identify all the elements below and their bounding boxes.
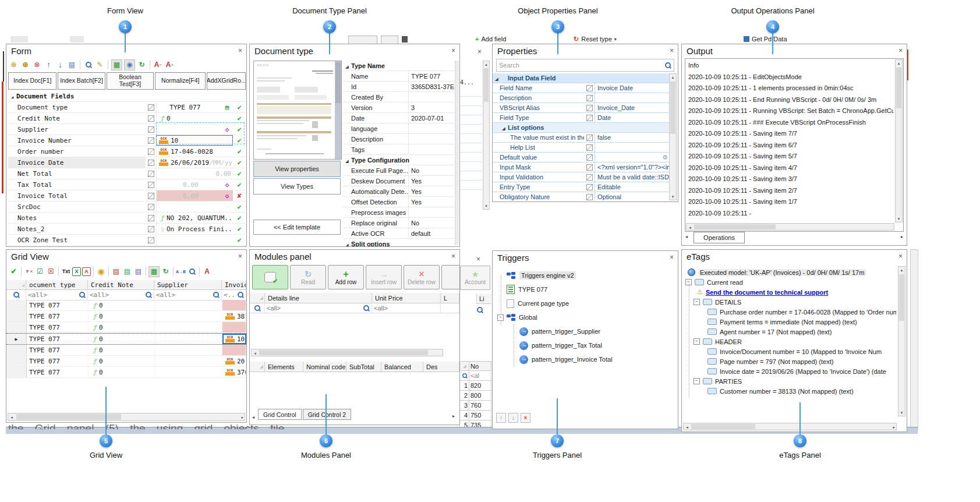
note-icon[interactable] xyxy=(148,137,154,144)
export-pdf-icon[interactable]: A xyxy=(82,267,91,276)
delete-trigger-button[interactable]: × xyxy=(521,413,530,423)
account-button[interactable]: ★ Account xyxy=(460,266,490,290)
form-field-row[interactable]: BarcodeOCR xyxy=(8,246,246,247)
tree-item[interactable]: pattern_trigger_Supplier xyxy=(496,324,675,338)
form-field-row[interactable]: Document typeOCRTYPE 077 xyxy=(8,102,246,113)
column-header[interactable]: Elements xyxy=(265,362,303,372)
collapse-icon[interactable] xyxy=(8,93,16,100)
execute-module-button[interactable] xyxy=(252,265,288,289)
export-cd-icon[interactable] xyxy=(96,267,106,277)
grid-corner-cell[interactable] xyxy=(6,280,26,289)
grid-corner-cell[interactable] xyxy=(250,362,265,372)
delete-field-icon[interactable] xyxy=(32,60,42,70)
form-field-row[interactable]: SrcDocOCR xyxy=(8,201,246,213)
note-icon[interactable] xyxy=(148,126,154,133)
property-row[interactable]: The value must exist in the listfalse xyxy=(493,133,669,143)
property-row[interactable]: Default value xyxy=(493,153,669,162)
search-input[interactable]: Search xyxy=(496,59,674,72)
column-header[interactable]: Supplier xyxy=(154,280,222,289)
tree-item[interactable]: Purchase order number = 17-046-0028 (Map… xyxy=(684,307,896,317)
log-horizontal-scrollbar[interactable]: ◂ xyxy=(686,223,894,231)
filter-cell[interactable] xyxy=(250,303,265,313)
property-row[interactable]: Date2020-07-01 xyxy=(343,113,454,123)
form-field-row[interactable]: Invoice NumberOCR10 xyxy=(8,135,246,146)
note-icon[interactable] xyxy=(148,204,154,210)
tree-item[interactable]: Current read xyxy=(684,277,896,287)
note-icon[interactable] xyxy=(148,182,154,188)
thumbnail-scrollbar[interactable] xyxy=(335,61,341,159)
tree-item[interactable]: Current page type xyxy=(496,296,675,310)
section-header[interactable]: Document Fields xyxy=(8,91,246,102)
tree-item[interactable]: Executed model: 'UK-AP' (Invoices) - 0d/… xyxy=(684,267,896,277)
column-header[interactable]: Details line xyxy=(265,293,372,303)
form-field-row[interactable]: OCR Zone TestOCR xyxy=(8,235,246,246)
note-icon[interactable] xyxy=(148,171,154,177)
tree-item[interactable]: DETAILS xyxy=(684,297,896,307)
column-header[interactable]: Balanced xyxy=(381,362,423,372)
tree-item[interactable]: Invoice date = 2019/06/26 (Mapped to 'In… xyxy=(684,366,896,376)
tab-grid-control[interactable]: Grid Control xyxy=(258,409,302,420)
property-row[interactable]: Deskew DocumentYes xyxy=(343,176,454,186)
grid-corner-cell[interactable] xyxy=(250,293,265,303)
property-row[interactable]: language xyxy=(343,123,454,134)
log-vertical-scrollbar[interactable]: ▴ ▾ xyxy=(895,59,903,222)
tab-scroll-right-icon[interactable]: ▸ xyxy=(901,234,903,239)
search-icon[interactable] xyxy=(664,62,671,69)
tree-item[interactable]: pattern_trigger_Tax Total xyxy=(496,338,675,352)
property-row[interactable]: NameTYPE 077 xyxy=(343,71,454,82)
font-increase-icon[interactable] xyxy=(165,60,175,70)
group-row[interactable]: Type Name xyxy=(343,61,454,71)
eye-icon[interactable] xyxy=(124,59,135,70)
property-row[interactable]: Preprocess images xyxy=(343,207,454,218)
read-button[interactable]: Read xyxy=(290,265,326,289)
details-horizontal-scrollbar[interactable]: ◂ xyxy=(251,349,443,356)
property-row[interactable]: Entry TypeEditable xyxy=(493,182,669,192)
column-header[interactable]: SubTotal xyxy=(346,362,381,372)
property-row[interactable]: Execute Full Page...No xyxy=(343,165,454,176)
note-icon[interactable] xyxy=(148,226,154,232)
etags-vertical-scrollbar[interactable]: ▴ ▾ xyxy=(898,266,905,416)
filter-cell[interactable]: <.. xyxy=(222,289,246,300)
collapse-box-icon[interactable] xyxy=(497,314,504,321)
property-row[interactable]: Obligatory NatureOptional xyxy=(493,192,669,201)
collapse-box-icon[interactable] xyxy=(694,299,700,305)
filter-cell[interactable]: <all> xyxy=(372,303,441,313)
property-row[interactable]: Version3 xyxy=(343,102,454,113)
grid-highlight-icon[interactable] xyxy=(148,266,160,277)
report-green-icon[interactable] xyxy=(122,267,132,277)
tab-addxgrid[interactable]: AddXGridRo... xyxy=(207,72,246,90)
insert-row-button[interactable]: Insert row xyxy=(366,265,402,289)
move-down-button[interactable]: ↓ xyxy=(508,413,518,423)
note-icon[interactable] xyxy=(148,115,154,122)
tab-scroll-left-icon[interactable]: ◂ xyxy=(252,415,254,420)
filter-cell[interactable]: <all> xyxy=(26,289,88,300)
property-row[interactable]: Created By xyxy=(343,92,454,102)
tree-item[interactable]: Payment terms = immediate (Not mapped) (… xyxy=(684,317,896,327)
filter-cell[interactable] xyxy=(441,303,459,313)
tab-scroll-left-icon[interactable]: ◂ xyxy=(685,234,688,239)
property-row[interactable]: Field TypeDate xyxy=(493,113,669,123)
validate-icon[interactable] xyxy=(9,267,19,277)
tab-boolean-test[interactable]: Boolean Test[F3] xyxy=(107,72,154,90)
filter-cell[interactable]: <all> xyxy=(265,303,372,313)
subgroup-row[interactable]: List options xyxy=(493,123,669,133)
group-row[interactable]: Type Configuration xyxy=(343,155,454,165)
grid-row[interactable]: TYPE 0770OCR xyxy=(6,300,246,311)
tree-item[interactable]: Global xyxy=(496,310,675,324)
scroll-up-icon[interactable]: ▴ xyxy=(483,61,489,68)
collapse-box-icon[interactable] xyxy=(694,338,700,345)
note-icon[interactable] xyxy=(148,193,154,199)
delete-row-button[interactable]: Delete row xyxy=(404,265,440,289)
delete-rows-icon[interactable] xyxy=(46,267,56,277)
tab-operations[interactable]: Operations xyxy=(694,232,745,243)
tree-item[interactable]: HEADER xyxy=(684,337,896,347)
tree-item[interactable]: Customer number = 38133 (Not mapped) (te… xyxy=(684,386,896,396)
tree-item[interactable]: Agent number = 17 (Not mapped) (text) xyxy=(684,327,896,337)
export-excel-icon[interactable]: X xyxy=(72,267,81,276)
add-row-button[interactable]: Add row xyxy=(328,265,364,289)
form-field-row[interactable]: Invoice DateOCR26/06/2019/MM/yyyy xyxy=(8,157,246,168)
grid-row[interactable]: TYPE 0770OCR20 xyxy=(6,356,246,367)
property-row[interactable]: VBScript AliasInvoice_Date xyxy=(493,103,669,113)
tree-item[interactable]: Invoice/Document number = 10 (Mapped to … xyxy=(684,347,896,356)
tab-normalize[interactable]: Normalize[F4] xyxy=(155,72,206,90)
